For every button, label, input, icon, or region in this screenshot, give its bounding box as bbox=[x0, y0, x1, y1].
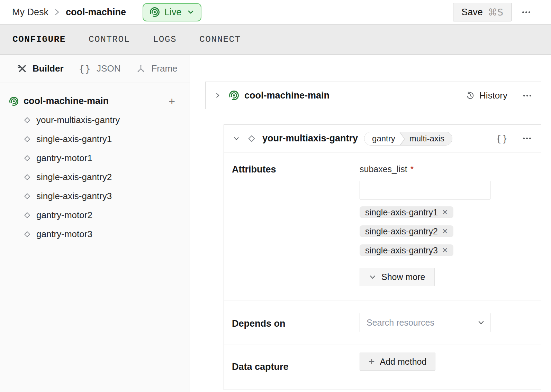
machine-tab-bar: CONFIGURE CONTROL LOGS CONNECT bbox=[0, 24, 551, 55]
tab-configure[interactable]: CONFIGURE bbox=[12, 34, 66, 45]
breadcrumb-separator-icon bbox=[54, 8, 60, 17]
component-diamond-icon bbox=[247, 134, 256, 143]
history-button[interactable]: History bbox=[466, 90, 507, 101]
mode-json-label: JSON bbox=[97, 63, 120, 74]
top-header-bar: My Desk cool-machine Live Save ⌘S bbox=[0, 0, 551, 24]
mode-builder-label: Builder bbox=[33, 63, 64, 74]
part-children-container: your-multiaxis-gantry gantry multi-axis … bbox=[206, 109, 551, 392]
depends-on-placeholder: Search resources bbox=[367, 318, 434, 328]
subaxes-chip-list: single-axis-gantry1 × single-axis-gantry… bbox=[360, 206, 490, 256]
frame-axis-icon bbox=[136, 64, 146, 74]
configure-main-panel: cool-machine-main History bbox=[190, 55, 551, 392]
configure-sidebar: Builder {} JSON Frame bbox=[0, 55, 190, 392]
tree-item[interactable]: single-axis-gantry2 bbox=[9, 168, 176, 187]
tree-item-label: gantry-motor3 bbox=[36, 229, 92, 240]
component-card: your-multiaxis-gantry gantry multi-axis … bbox=[224, 124, 541, 390]
subaxis-chip: single-axis-gantry1 × bbox=[360, 206, 453, 218]
add-method-button[interactable]: + Add method bbox=[360, 353, 435, 371]
more-options-icon[interactable] bbox=[522, 11, 530, 13]
add-method-label: Add method bbox=[380, 357, 427, 367]
add-resource-button[interactable]: + bbox=[169, 96, 176, 107]
component-diamond-icon bbox=[23, 154, 31, 162]
tab-control[interactable]: CONTROL bbox=[89, 34, 130, 45]
show-more-label: Show more bbox=[381, 272, 425, 282]
chevron-right-icon[interactable] bbox=[215, 92, 221, 99]
chevron-down-icon bbox=[478, 319, 485, 326]
chip-label: single-axis-gantry2 bbox=[365, 226, 438, 236]
chevron-down-icon bbox=[187, 9, 194, 16]
tree-item[interactable]: gantry-motor1 bbox=[9, 149, 176, 168]
component-diamond-icon bbox=[23, 173, 31, 181]
status-badge: Live bbox=[164, 7, 182, 18]
component-diamond-icon bbox=[23, 211, 31, 220]
tree-item-label: single-axis-gantry2 bbox=[36, 172, 112, 183]
depends-on-section-title: Depends on bbox=[232, 318, 360, 329]
machine-part-icon bbox=[229, 90, 239, 101]
broadcast-icon bbox=[150, 7, 160, 17]
subaxis-chip: single-axis-gantry3 × bbox=[360, 244, 453, 256]
machine-status-dropdown[interactable]: Live bbox=[143, 3, 201, 21]
part-more-options-icon[interactable] bbox=[523, 95, 531, 96]
attributes-section: Attributes subaxes_list * single-ax bbox=[224, 152, 541, 300]
component-diamond-icon bbox=[23, 116, 31, 124]
tree-root-machine-part[interactable]: cool-machine-main + bbox=[9, 92, 176, 111]
part-card-title: cool-machine-main bbox=[244, 90, 329, 101]
machine-part-icon bbox=[9, 96, 19, 106]
data-capture-section-title: Data capture bbox=[232, 362, 360, 372]
history-icon bbox=[466, 91, 475, 100]
field-label-subaxes-list: subaxes_list bbox=[360, 164, 407, 174]
close-icon[interactable]: × bbox=[442, 246, 448, 255]
save-shortcut-hint: ⌘S bbox=[488, 7, 503, 18]
tools-icon bbox=[17, 64, 27, 74]
page-title: cool-machine bbox=[66, 7, 126, 18]
tab-connect[interactable]: CONNECT bbox=[199, 34, 241, 45]
tree-item[interactable]: single-axis-gantry3 bbox=[9, 187, 176, 206]
tree-item-label: single-axis-gantry1 bbox=[36, 134, 112, 144]
tab-logs[interactable]: LOGS bbox=[153, 34, 177, 45]
component-diamond-icon bbox=[23, 230, 31, 239]
mode-json[interactable]: {} JSON bbox=[79, 63, 121, 74]
mode-frame-label: Frame bbox=[151, 63, 177, 74]
required-marker: * bbox=[410, 164, 414, 174]
machine-part-card-header: cool-machine-main History bbox=[205, 82, 541, 109]
subaxis-chip: single-axis-gantry2 × bbox=[360, 225, 453, 237]
chevron-down-icon[interactable] bbox=[233, 136, 240, 142]
tree-item-label: gantry-motor2 bbox=[36, 210, 92, 221]
tree-children: your-multiaxis-gantry single-axis-gantry… bbox=[9, 111, 176, 244]
close-icon[interactable]: × bbox=[442, 208, 448, 217]
chip-label: single-axis-gantry1 bbox=[365, 207, 438, 217]
component-card-header: your-multiaxis-gantry gantry multi-axis … bbox=[224, 125, 541, 152]
tree-item-label: single-axis-gantry3 bbox=[36, 191, 112, 202]
save-button[interactable]: Save ⌘S bbox=[453, 3, 512, 21]
model-tag: multi-axis bbox=[400, 132, 452, 145]
attributes-section-title: Attributes bbox=[232, 164, 360, 175]
close-icon[interactable]: × bbox=[442, 227, 448, 236]
braces-icon: {} bbox=[79, 63, 92, 74]
model-family-tag: gantry bbox=[364, 132, 399, 145]
component-model-tag: gantry multi-axis bbox=[364, 132, 452, 146]
tree-item-label: gantry-motor1 bbox=[36, 153, 92, 164]
subaxes-list-input[interactable] bbox=[360, 181, 490, 199]
tree-item[interactable]: single-axis-gantry1 bbox=[9, 130, 176, 149]
component-diamond-icon bbox=[23, 192, 31, 200]
component-diamond-icon bbox=[23, 135, 31, 143]
depends-on-section: Depends on Search resources bbox=[224, 300, 541, 345]
tree-item[interactable]: your-multiaxis-gantry bbox=[9, 111, 176, 130]
view-mode-switcher: Builder {} JSON Frame bbox=[0, 55, 190, 83]
edit-json-icon[interactable]: {} bbox=[496, 133, 508, 144]
mode-frame[interactable]: Frame bbox=[136, 63, 177, 74]
show-more-button[interactable]: Show more bbox=[360, 268, 435, 286]
plus-icon: + bbox=[369, 356, 375, 367]
data-capture-section: Data capture + Add method bbox=[224, 345, 541, 390]
breadcrumb: My Desk cool-machine bbox=[12, 7, 126, 18]
breadcrumb-parent-link[interactable]: My Desk bbox=[12, 7, 48, 18]
tree-item[interactable]: gantry-motor3 bbox=[9, 225, 176, 244]
component-more-options-icon[interactable] bbox=[523, 138, 531, 139]
tree-root-label: cool-machine-main bbox=[24, 96, 109, 106]
resource-tree: cool-machine-main + your-multiaxis-gantr… bbox=[0, 83, 190, 244]
depends-on-select[interactable]: Search resources bbox=[360, 313, 490, 332]
tree-item-label: your-multiaxis-gantry bbox=[36, 115, 120, 125]
mode-builder[interactable]: Builder bbox=[17, 63, 64, 74]
chevron-down-icon bbox=[369, 274, 376, 280]
tree-item[interactable]: gantry-motor2 bbox=[9, 206, 176, 225]
